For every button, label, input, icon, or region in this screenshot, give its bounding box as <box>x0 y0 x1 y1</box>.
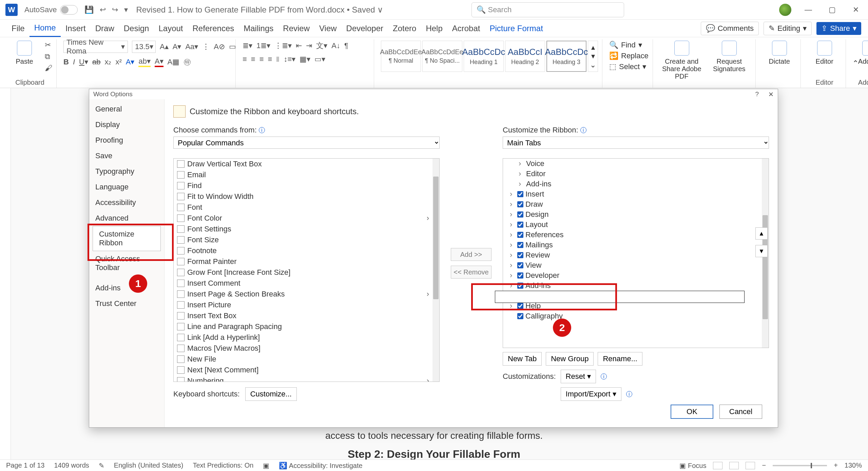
command-item[interactable]: Email <box>174 169 432 180</box>
tree-tab-references[interactable]: ›References <box>503 230 762 240</box>
info-icon[interactable]: i <box>626 391 632 397</box>
tree-tab-add-ins[interactable]: ›Add-ins <box>503 281 762 291</box>
zoom-out-icon[interactable]: − <box>762 462 766 469</box>
strike-icon[interactable]: ab <box>92 58 100 66</box>
font-size-select[interactable]: 13.5▾ <box>132 41 156 53</box>
char-shading-icon[interactable]: A▦ <box>168 58 180 66</box>
tab-draw[interactable]: Draw <box>91 20 119 37</box>
tree-tab-mailings[interactable]: ›Mailings <box>503 240 762 250</box>
tab-checkbox[interactable] <box>517 232 523 238</box>
justify-icon[interactable]: ≡ <box>268 55 272 64</box>
zoom-value[interactable]: 130% <box>845 462 862 469</box>
customize-ribbon-select[interactable]: Main Tabs <box>503 137 769 149</box>
tab-developer[interactable]: Developer <box>342 20 388 37</box>
command-item[interactable]: Insert Picture <box>174 300 432 310</box>
tab-mailings[interactable]: Mailings <box>239 20 278 37</box>
sidebar-item-qat[interactable]: Quick Access Toolbar <box>89 251 164 275</box>
grow-font-icon[interactable]: A▴ <box>160 42 169 51</box>
info-icon[interactable]: i <box>601 373 607 380</box>
tab-zotero[interactable]: Zotero <box>388 20 421 37</box>
find-button[interactable]: 🔍 Find ▾ <box>609 41 649 49</box>
add-button[interactable]: Add >> <box>451 248 491 261</box>
remove-button[interactable]: << Remove <box>451 266 491 279</box>
copy-icon[interactable]: ⧉ <box>45 52 52 61</box>
command-item[interactable]: Numbering› <box>174 375 432 382</box>
redo-icon[interactable]: ↪ <box>112 5 118 14</box>
change-case-icon[interactable]: Aa▾ <box>185 42 198 51</box>
styles-more-icon[interactable]: ⌄ <box>590 61 596 69</box>
text-effects-icon[interactable]: A▾ <box>126 58 135 66</box>
tab-home[interactable]: Home <box>30 20 61 37</box>
undo-icon[interactable]: ↩ <box>100 5 106 14</box>
command-item[interactable]: Macros [View Macros] <box>174 343 432 354</box>
status-spell-icon[interactable]: ✎ <box>99 462 104 470</box>
sort-icon[interactable]: A↓ <box>331 41 340 50</box>
tree-tab-design[interactable]: ›Design <box>503 209 762 220</box>
move-down-button[interactable]: ▼ <box>755 245 768 257</box>
italic-icon[interactable]: I <box>73 58 75 66</box>
bold-icon[interactable]: B <box>63 58 69 66</box>
new-group-button[interactable]: New Group <box>546 352 594 366</box>
command-item[interactable]: Font Color› <box>174 213 432 224</box>
command-item[interactable]: Line and Paragraph Spacing <box>174 321 432 332</box>
view-read-icon[interactable] <box>713 462 722 469</box>
sidebar-item-customize-ribbon[interactable]: Customize Ribbon <box>93 226 161 251</box>
zoom-slider[interactable] <box>773 465 827 466</box>
customize-keyboard-button[interactable]: Customize... <box>245 387 297 401</box>
underline-icon[interactable]: U▾ <box>79 58 88 66</box>
command-item[interactable]: Find <box>174 180 432 191</box>
command-item[interactable]: Font Size <box>174 234 432 245</box>
tab-checkbox[interactable] <box>517 211 523 218</box>
command-item[interactable]: Insert Page & Section Breaks› <box>174 289 432 300</box>
superscript-icon[interactable]: x² <box>115 58 121 66</box>
sidebar-item-language[interactable]: Language <box>89 179 164 195</box>
status-macro-icon[interactable]: ▣ <box>263 462 269 470</box>
tab-insert[interactable]: Insert <box>61 20 91 37</box>
comments-button[interactable]: 💬 Comments <box>701 22 759 35</box>
command-item[interactable]: Footnote <box>174 245 432 256</box>
focus-mode-button[interactable]: ▣ Focus <box>679 462 706 470</box>
rename-button[interactable]: Rename... <box>598 352 642 366</box>
inc-indent-icon[interactable]: ⇥ <box>306 41 312 50</box>
info-icon[interactable]: i <box>580 127 586 133</box>
borders-icon[interactable]: ▭▾ <box>314 55 325 64</box>
sidebar-item-accessibility[interactable]: Accessibility <box>89 195 164 210</box>
command-item[interactable]: Font Settings <box>174 224 432 234</box>
status-accessibility[interactable]: ♿ Accessibility: Investigate <box>279 462 362 470</box>
command-item[interactable]: Link [Add a Hyperlink] <box>174 332 432 343</box>
tab-design[interactable]: Design <box>119 20 154 37</box>
format-painter-icon[interactable]: 🖌 <box>45 64 52 73</box>
tree-subitem[interactable]: ›Add-ins <box>503 179 762 189</box>
style-heading1[interactable]: AaBbCcDcHeading 1 <box>464 41 504 72</box>
command-item[interactable]: Format Painter <box>174 256 432 267</box>
zoom-in-icon[interactable]: + <box>834 462 838 469</box>
tab-file[interactable]: File <box>7 20 30 37</box>
align-center-icon[interactable]: ≡ <box>251 55 255 64</box>
sidebar-item-display[interactable]: Display <box>89 117 164 132</box>
status-page[interactable]: Page 1 of 13 <box>6 462 44 469</box>
font-color-icon[interactable]: A▾ <box>155 57 163 67</box>
tab-layout[interactable]: Layout <box>154 20 188 37</box>
tab-checkbox[interactable] <box>517 191 523 197</box>
tab-help[interactable]: Help <box>421 20 447 37</box>
new-tab-button[interactable]: New Tab <box>503 352 542 366</box>
command-item[interactable]: Fit to Window Width <box>174 191 432 202</box>
save-icon[interactable]: 💾 <box>84 5 94 14</box>
window-minimize-icon[interactable]: — <box>802 5 815 14</box>
tree-tab-calligraphy[interactable]: Calligraphy <box>503 311 762 321</box>
font-name-select[interactable]: Times New Roma▾ <box>63 41 128 53</box>
ribbon-collapse-icon[interactable]: ⌃ <box>848 58 863 68</box>
command-item[interactable]: Next [Next Comment] <box>174 365 432 375</box>
tab-view[interactable]: View <box>314 20 342 37</box>
tab-checkbox[interactable] <box>517 242 523 248</box>
cut-icon[interactable]: ✂ <box>45 41 52 49</box>
status-predictions[interactable]: Text Predictions: On <box>193 462 253 469</box>
enclose-icon[interactable]: ㊕ <box>184 57 191 67</box>
cancel-button[interactable]: Cancel <box>719 405 762 419</box>
autosave-pill-icon[interactable] <box>60 5 78 15</box>
paste-button[interactable]: Paste <box>7 41 41 65</box>
move-up-button[interactable]: ▲ <box>755 227 768 240</box>
tab-checkbox[interactable] <box>517 222 523 228</box>
editor-button[interactable]: Editor <box>808 41 842 65</box>
tree-tab-insert[interactable]: ›Insert <box>503 189 762 199</box>
